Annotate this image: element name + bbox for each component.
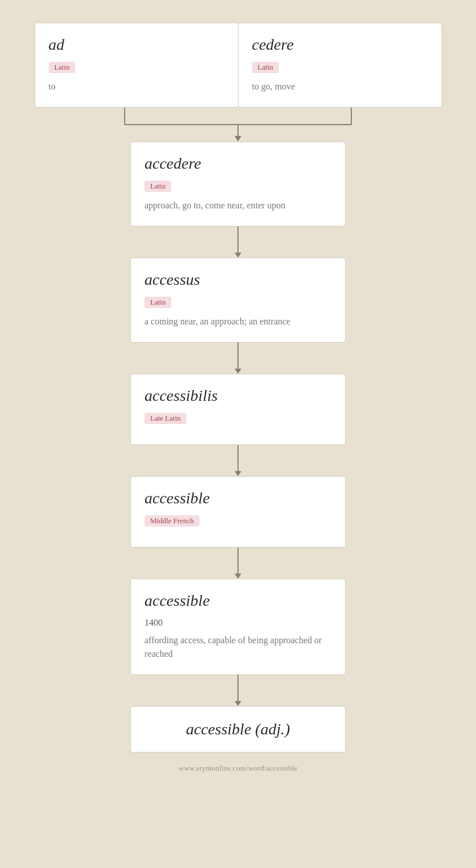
line-4 xyxy=(237,548,239,574)
card-accedere: accedere Latin approach, go to, come nea… xyxy=(130,142,346,226)
card-accessible-en: accessible 1400 affording access, capabl… xyxy=(130,579,346,675)
word-ad: ad xyxy=(49,36,224,54)
connector-4 xyxy=(235,548,241,579)
badge-accedere-latin: Latin xyxy=(144,181,171,192)
badge-accessus-latin: Latin xyxy=(144,297,171,308)
connector-top-merge xyxy=(17,108,459,142)
card-accessus: accessus Latin a coming near, an approac… xyxy=(130,258,346,343)
connector-2 xyxy=(235,343,241,374)
line-3 xyxy=(237,445,239,471)
word-final: accessible (adj.) xyxy=(144,720,332,738)
card-final: accessible (adj.) xyxy=(130,706,346,752)
word-accessibilis: accessibilis xyxy=(144,387,332,405)
footer-url: www.etymonline.com/word/accessible xyxy=(178,764,298,773)
badge-middle-french: Middle French xyxy=(144,515,199,527)
connector-1 xyxy=(235,226,241,258)
badge-ad-latin: Latin xyxy=(49,62,75,73)
card-accessible-french: accessible Middle French xyxy=(130,476,346,548)
definition-accessible-en: affording access, capable of being appro… xyxy=(144,634,332,661)
arrowhead-5 xyxy=(235,701,241,706)
definition-cedere: to go, move xyxy=(252,80,428,93)
arrowhead-3 xyxy=(235,471,241,476)
word-accessus: accessus xyxy=(144,271,332,289)
word-accessible-en: accessible xyxy=(144,592,332,610)
arrowhead-2 xyxy=(235,369,241,374)
svg-marker-4 xyxy=(235,136,241,142)
definition-ad: to xyxy=(49,80,224,93)
top-row: ad Latin to cedere Latin to go, move xyxy=(17,23,459,108)
etymology-tree: ad Latin to cedere Latin to go, move acc… xyxy=(11,23,465,773)
word-cedere: cedere xyxy=(252,36,428,54)
card-cedere: cedere Latin to go, move xyxy=(238,23,442,108)
word-accessible-french: accessible xyxy=(144,489,332,507)
badge-accessibilis-latin: Late Latin xyxy=(144,413,186,424)
card-accessibilis: accessibilis Late Latin xyxy=(130,374,346,445)
year-accessible: 1400 xyxy=(144,618,332,628)
word-accedere: accedere xyxy=(144,155,332,173)
line-5 xyxy=(237,675,239,701)
arrowhead-4 xyxy=(235,574,241,579)
badge-cedere-latin: Latin xyxy=(252,62,279,73)
definition-accessus: a coming near, an approach; an entrance xyxy=(144,315,332,328)
connector-5 xyxy=(235,675,241,706)
line-1 xyxy=(237,226,239,253)
card-ad: ad Latin to xyxy=(35,23,239,108)
line-2 xyxy=(237,343,239,369)
definition-accedere: approach, go to, come near, enter upon xyxy=(144,199,332,212)
arrowhead-1 xyxy=(235,253,241,258)
connector-3 xyxy=(235,445,241,476)
